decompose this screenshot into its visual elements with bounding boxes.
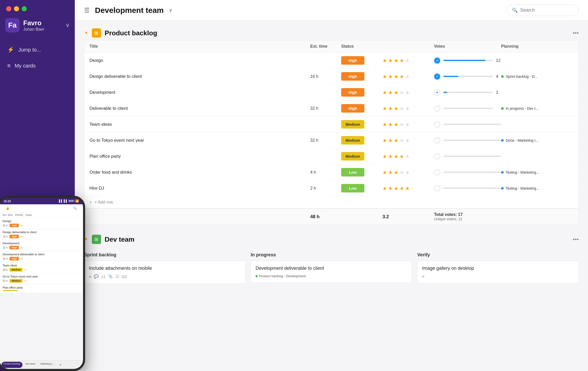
stars: ★★★★★ bbox=[382, 57, 434, 64]
table-row: Development High ★★★★★ 1 bbox=[84, 85, 578, 100]
list-item: Design 16 h High ★ bbox=[0, 218, 83, 229]
status-badge: Low bbox=[341, 168, 364, 176]
kanban-card: Development deliverable to client Produc… bbox=[251, 261, 412, 283]
cards-icon: ≡ bbox=[7, 62, 11, 69]
kanban-col-header: Sprint backlog bbox=[84, 249, 246, 261]
stars: ★★★★★ bbox=[382, 105, 434, 112]
th-planning: Planning bbox=[501, 44, 573, 49]
add-row-button[interactable]: + + Add row bbox=[84, 196, 578, 208]
planning-cell: Sprint backlog - D... bbox=[501, 74, 573, 79]
votes-cell: 1 bbox=[434, 89, 501, 96]
vote-circle[interactable] bbox=[434, 89, 440, 96]
table-row: Go to Tokyo event next year 32 h Medium … bbox=[84, 132, 578, 148]
minimize-button[interactable] bbox=[14, 6, 19, 11]
status-badge: High bbox=[341, 56, 364, 65]
main-content: ☰ Development team ∨ 🔍 ▼ ⊞ Product backl… bbox=[75, 0, 588, 371]
planning-cell: Testing - Marketing... bbox=[501, 186, 573, 190]
phone-tabs: Product backlog Dev team Marketing t... … bbox=[0, 360, 83, 369]
vote-bar bbox=[443, 188, 501, 189]
stars: ★★★★★ bbox=[382, 169, 434, 175]
align-icon: ≡ bbox=[89, 274, 91, 279]
vote-circle[interactable] bbox=[434, 121, 440, 128]
vote-bar bbox=[443, 108, 493, 109]
brand-area: Fa Favro Johan Baer ∨ bbox=[0, 15, 75, 38]
kanban-column-sprint: Sprint backlog Include attachments on mo… bbox=[84, 249, 246, 284]
topbar: ☰ Development team ∨ 🔍 bbox=[75, 0, 588, 21]
search-box: 🔍 bbox=[507, 5, 579, 16]
vote-bar bbox=[443, 76, 493, 77]
stars: ★★★★★ bbox=[382, 153, 434, 159]
kanban-col-header: Verify bbox=[417, 249, 579, 261]
totals-row: 48 h 3.2 Total votes: 17 Unique voters: … bbox=[84, 208, 578, 225]
status-badge: Medium bbox=[341, 136, 364, 145]
phone-tab-marketing[interactable]: Marketing t... bbox=[38, 362, 56, 368]
chevron-icon[interactable]: ∨ bbox=[169, 7, 172, 13]
vote-circle[interactable] bbox=[434, 105, 440, 112]
maximize-button[interactable] bbox=[22, 6, 27, 11]
th-stars bbox=[382, 44, 434, 49]
list-item: Development deliverable to client 32 h H… bbox=[0, 251, 83, 262]
section-icon-backlog: ⊞ bbox=[92, 28, 101, 38]
list-item: Team ideas 38 h Medium ★ bbox=[0, 262, 83, 273]
vote-circle[interactable]: ✓ bbox=[434, 57, 440, 64]
th-status: Status bbox=[341, 44, 382, 49]
status-badge: High bbox=[341, 104, 364, 113]
kanban-column-in-progress: In progress Development deliverable to c… bbox=[251, 249, 412, 284]
phone-rows: Design 16 h High ★ Design deliverable to… bbox=[0, 218, 83, 360]
stars: ★★★★★ bbox=[382, 185, 434, 191]
plus-icon: + bbox=[89, 200, 92, 205]
list-item: Go to Tokyo event next year 32 h Medium … bbox=[0, 273, 83, 284]
table-row: Order food and drinks 4 h Low ★★★★★ Test… bbox=[84, 164, 578, 180]
section-icon-dev: ⊞ bbox=[92, 235, 101, 244]
kanban-col-header: In progress bbox=[251, 249, 412, 261]
planning-dot bbox=[501, 171, 504, 174]
tag-dot bbox=[256, 275, 258, 277]
status-badge: High bbox=[341, 72, 364, 81]
table-row: Deliverable to client 32 h High ★★★★★ In… bbox=[84, 100, 578, 116]
brand-user: Johan Baer bbox=[23, 27, 44, 32]
vote-circle[interactable] bbox=[434, 185, 440, 191]
phone-tab-product-backlog[interactable]: Product backlog bbox=[2, 362, 22, 368]
collapse-arrow[interactable]: ▼ bbox=[84, 31, 88, 35]
sidebar-item-jump-to[interactable]: ⚡ Jump to... bbox=[0, 42, 75, 58]
menu-icon[interactable]: ☰ bbox=[84, 7, 90, 14]
phone-tab-dev-team[interactable]: Dev team bbox=[23, 362, 38, 368]
phone-mockup: 15:22 ▌▌ ▌▌ WiFi 📶 ☰ 🔒 Development team … bbox=[0, 196, 85, 371]
votes-cell bbox=[434, 105, 501, 112]
vote-bar bbox=[443, 92, 493, 93]
phone-tab-add[interactable]: ＋ bbox=[57, 362, 64, 368]
vote-circle[interactable] bbox=[434, 153, 440, 159]
vote-bar bbox=[443, 140, 501, 141]
list-item: Plan office party bbox=[0, 284, 83, 293]
table-row: Design High ★★★★★ ✓ 12 bbox=[84, 53, 578, 69]
stars: ★★★★★ bbox=[382, 121, 434, 128]
close-button[interactable] bbox=[6, 6, 11, 11]
search-input[interactable] bbox=[520, 7, 567, 13]
section-title: Product backlog bbox=[105, 29, 157, 37]
th-est-time: Est. time bbox=[310, 44, 341, 49]
vote-circle[interactable]: ✓ bbox=[434, 73, 440, 80]
votes-cell bbox=[434, 121, 501, 128]
sidebar-item-my-cards[interactable]: ≡ My cards bbox=[0, 58, 75, 74]
more-options-icon[interactable]: ••• bbox=[573, 236, 579, 243]
lightning-icon: ⚡ bbox=[7, 46, 14, 53]
table-row: Design deliverable to client 16 h High ★… bbox=[84, 69, 578, 85]
brand-name: Favro bbox=[23, 19, 44, 27]
section-header: ▼ ⊞ Dev team ••• bbox=[84, 232, 579, 247]
kanban-board: Sprint backlog Include attachments on mo… bbox=[84, 249, 579, 284]
th-votes: Votes bbox=[434, 44, 501, 49]
votes-cell bbox=[434, 169, 501, 175]
window-controls bbox=[0, 0, 75, 15]
vote-bar bbox=[443, 124, 501, 125]
vote-circle[interactable] bbox=[434, 137, 440, 144]
vote-circle[interactable] bbox=[434, 169, 440, 175]
table-header: Title Est. time Status Votes Planning bbox=[84, 40, 578, 53]
sidebar-item-label: Jump to... bbox=[18, 47, 41, 53]
status-badge: Medium bbox=[341, 120, 364, 129]
planning-cell: In progress - Dev t... bbox=[501, 106, 573, 111]
team-title: Development team bbox=[95, 6, 164, 15]
more-options-icon[interactable]: ••• bbox=[573, 30, 579, 36]
chevron-down-icon[interactable]: ∨ bbox=[66, 22, 70, 29]
backlog-table: Title Est. time Status Votes Planning De… bbox=[84, 40, 579, 225]
phone-table-header: Est. time Priority Impa bbox=[0, 212, 83, 218]
